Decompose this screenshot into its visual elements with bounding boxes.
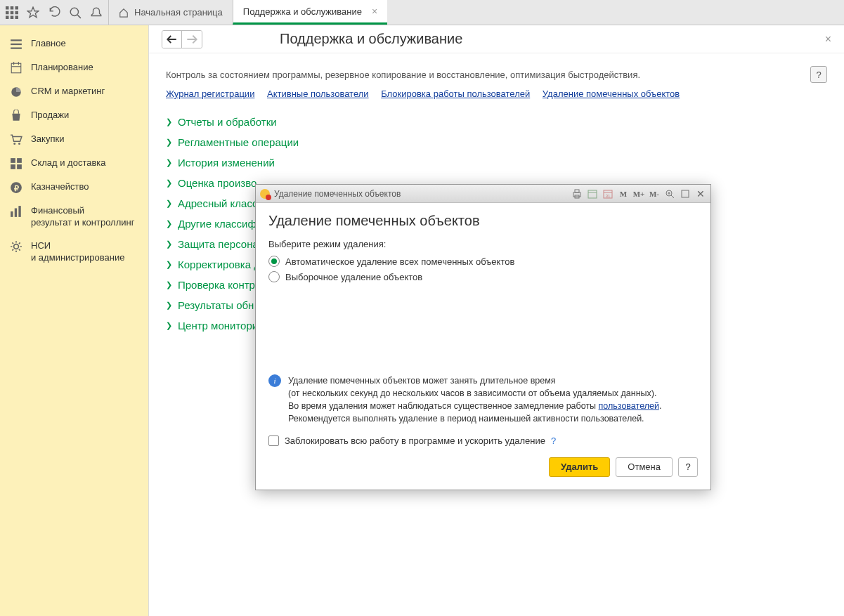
gear-icon — [10, 240, 22, 253]
boxes-icon — [10, 157, 22, 170]
svg-rect-29 — [18, 206, 20, 217]
group-scheduled[interactable]: ❯Регламентные операции — [166, 132, 827, 152]
svg-rect-1 — [11, 6, 14, 10]
pie-icon — [10, 86, 22, 98]
chevron-right-icon: ❯ — [166, 138, 172, 147]
sidebar-item-label: Главное — [31, 38, 66, 50]
app-logo-icon — [260, 189, 270, 199]
svg-rect-14 — [11, 63, 21, 73]
svg-rect-0 — [6, 6, 9, 10]
users-link[interactable]: пользователей — [599, 401, 659, 411]
sidebar-item-label: Финансовый результат и контроллинг — [31, 205, 134, 229]
calendar-31-icon[interactable]: 31 — [602, 188, 613, 199]
svg-point-30 — [14, 244, 19, 249]
svg-rect-43 — [682, 190, 689, 197]
sidebar-item-sales[interactable]: Продажи — [0, 104, 148, 128]
svg-text:₽: ₽ — [14, 184, 19, 192]
close-icon[interactable]: × — [372, 6, 377, 17]
chevron-right-icon: ❯ — [166, 260, 172, 269]
dialog-titlebar[interactable]: Удаление помеченных объектов 31 M M+ M- … — [256, 185, 710, 203]
svg-rect-4 — [11, 11, 14, 14]
chevron-right-icon: ❯ — [166, 280, 172, 289]
tab-home[interactable]: Начальная страница — [108, 0, 233, 25]
sidebar-item-crm[interactable]: CRM и маркетинг — [0, 80, 148, 104]
chevron-right-icon: ❯ — [166, 301, 172, 310]
menu-icon — [10, 38, 22, 51]
memory-mplus-button[interactable]: M+ — [633, 188, 644, 199]
chevron-right-icon: ❯ — [166, 117, 172, 126]
radio-icon — [268, 256, 280, 267]
tab-support[interactable]: Поддержка и обслуживание × — [233, 0, 387, 25]
svg-point-20 — [18, 143, 20, 145]
link-delete-marked[interactable]: Удаление помеченных объектов — [543, 89, 680, 99]
svg-rect-5 — [15, 11, 19, 14]
calendar-icon[interactable] — [587, 188, 598, 199]
link-journal[interactable]: Журнал регистрации — [166, 89, 254, 99]
svg-text:31: 31 — [606, 194, 611, 198]
sidebar-item-main[interactable]: Главное — [0, 32, 148, 56]
tab-support-label: Поддержка и обслуживание — [243, 6, 362, 17]
svg-rect-34 — [588, 190, 597, 198]
page-close-icon[interactable]: × — [825, 33, 831, 46]
sidebar-item-purchases[interactable]: Закупки — [0, 128, 148, 152]
sidebar-item-label: НСИ и администрирование — [31, 240, 124, 264]
history-icon[interactable] — [48, 6, 60, 19]
cancel-button[interactable]: Отмена — [616, 457, 673, 477]
link-active-users[interactable]: Активные пользователи — [267, 89, 369, 99]
ruble-icon: ₽ — [10, 181, 22, 194]
checkbox-label: Заблокировать всю работу в программе и у… — [285, 435, 545, 446]
memory-mminus-button[interactable]: M- — [649, 188, 660, 199]
chevron-right-icon: ❯ — [166, 219, 172, 228]
dialog-close-icon[interactable]: ✕ — [695, 188, 706, 199]
svg-rect-21 — [11, 158, 15, 163]
sidebar-item-finance[interactable]: Финансовый результат и контроллинг — [0, 199, 148, 235]
apps-icon[interactable] — [6, 6, 18, 19]
svg-rect-3 — [6, 11, 9, 14]
search-icon[interactable] — [69, 6, 82, 19]
sidebar-item-admin[interactable]: НСИ и администрирование — [0, 235, 148, 270]
chevron-right-icon: ❯ — [166, 321, 172, 330]
topbar: Начальная страница Поддержка и обслужива… — [0, 0, 844, 25]
sidebar-item-label: CRM и маркетинг — [31, 86, 105, 98]
svg-rect-32 — [575, 190, 579, 192]
sidebar-item-label: Склад и доставка — [31, 157, 106, 169]
sidebar-item-warehouse[interactable]: Склад и доставка — [0, 152, 148, 176]
sidebar-item-treasury[interactable]: ₽Казначейство — [0, 176, 148, 199]
sidebar-item-planning[interactable]: Планирование — [0, 56, 148, 80]
star-icon[interactable] — [27, 6, 39, 19]
delete-marked-dialog: Удаление помеченных объектов 31 M M+ M- … — [255, 184, 711, 490]
tab-home-label: Начальная страница — [134, 7, 223, 18]
radio-selective-delete[interactable]: Выборочное удаление объектов — [268, 269, 698, 284]
page-title: Поддержка и обслуживание — [280, 31, 825, 47]
link-block-users[interactable]: Блокировка работы пользователей — [381, 89, 530, 99]
svg-rect-28 — [15, 209, 17, 217]
print-icon[interactable] — [571, 188, 583, 199]
memory-m-button[interactable]: M — [618, 188, 629, 199]
sidebar-item-label: Казначейство — [31, 181, 89, 193]
nav-forward-button[interactable] — [182, 31, 202, 48]
nav-back-button[interactable] — [162, 31, 182, 48]
help-button[interactable]: ? — [810, 66, 827, 83]
group-reports[interactable]: ❯Отчеты и обработки — [166, 112, 827, 132]
nav-buttons — [162, 30, 202, 48]
checkbox-help-icon[interactable]: ? — [551, 435, 556, 446]
planning-icon — [10, 62, 22, 74]
quick-links: Журнал регистрации Активные пользователи… — [166, 89, 827, 99]
dialog-help-button[interactable]: ? — [678, 457, 698, 477]
maximize-icon[interactable] — [680, 188, 691, 199]
sidebar: Главное Планирование CRM и маркетинг Про… — [0, 25, 149, 616]
bars-icon — [10, 205, 22, 218]
cart-icon — [10, 133, 22, 146]
radio-label: Выборочное удаление объектов — [285, 272, 422, 282]
page-description: Контроль за состоянием программы, резерв… — [166, 70, 640, 80]
delete-button[interactable]: Удалить — [549, 457, 610, 477]
zoom-icon[interactable] — [664, 188, 675, 199]
radio-label: Автоматическое удаление всех помеченных … — [285, 256, 514, 267]
block-work-checkbox[interactable] — [268, 435, 279, 446]
svg-point-19 — [13, 143, 15, 145]
group-history[interactable]: ❯История изменений — [166, 152, 827, 173]
bell-icon[interactable] — [90, 6, 103, 19]
home-icon — [119, 8, 129, 18]
svg-rect-22 — [17, 158, 22, 163]
radio-auto-delete[interactable]: Автоматическое удаление всех помеченных … — [268, 254, 698, 269]
